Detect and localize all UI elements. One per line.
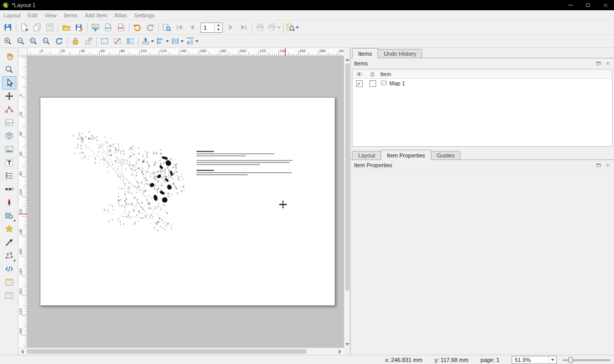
duplicate-layout-button[interactable] (31, 21, 43, 34)
tab-guides[interactable]: Guides (431, 151, 461, 160)
item-lock-checkbox[interactable] (369, 80, 376, 87)
add-map-tool[interactable] (2, 116, 16, 129)
dropdown-arrow-icon[interactable] (166, 40, 169, 42)
select-move-item-tool[interactable] (2, 76, 16, 89)
items-float-button[interactable] (595, 60, 602, 67)
atlas-page-input[interactable] (201, 22, 223, 33)
scroll-right-arrow-icon[interactable] (339, 350, 341, 354)
maximize-button[interactable] (579, 0, 597, 10)
save-as-template-button[interactable] (73, 21, 85, 34)
print-button[interactable] (254, 21, 267, 34)
zoom-full-button[interactable] (27, 35, 40, 48)
zoom-tool[interactable] (2, 63, 16, 76)
first-feature-button[interactable] (173, 21, 186, 34)
menu-view[interactable]: View (41, 11, 60, 19)
save-project-button[interactable] (2, 21, 14, 34)
properties-close-button[interactable] (604, 162, 611, 169)
menu-atlas[interactable]: Atlas (111, 11, 130, 19)
raise-selected-items-button[interactable] (140, 35, 155, 48)
invert-selection-button[interactable] (124, 35, 137, 48)
undo-button[interactable] (131, 21, 144, 34)
deselect-all-items-button[interactable] (111, 35, 124, 48)
new-layout-button[interactable] (18, 21, 31, 34)
add-arrow-tool[interactable] (2, 236, 16, 249)
map-item[interactable]: 5728841144723211692050388020121226777117… (40, 98, 336, 306)
lock-selected-items-button[interactable] (69, 35, 82, 48)
horizontal-scrollbar[interactable] (18, 348, 344, 355)
horizontal-scroll-thumb[interactable] (27, 349, 306, 354)
add-html-tool[interactable] (2, 262, 16, 276)
item-row-map-1[interactable]: ✓Map 1 (353, 79, 612, 88)
menu-add-item[interactable]: Add Item (81, 11, 111, 19)
add-legend-tool[interactable] (2, 169, 16, 183)
layout-page[interactable]: 5728841144723211692050388020121226777117… (40, 97, 335, 306)
next-feature-button[interactable] (225, 21, 237, 34)
zoom-slider-handle[interactable] (568, 357, 573, 363)
menu-items[interactable]: Items (60, 11, 81, 19)
minimize-button[interactable] (562, 0, 579, 10)
scroll-up-arrow-icon[interactable] (345, 58, 349, 61)
dropdown-arrow-icon[interactable] (195, 40, 199, 42)
dropdown-arrow-icon[interactable] (181, 40, 184, 42)
add-marker-tool[interactable] (2, 222, 16, 236)
menu-settings[interactable]: Settings (130, 11, 158, 19)
zoom-slider[interactable] (563, 356, 610, 363)
tab-items[interactable]: Items (352, 48, 378, 58)
properties-float-button[interactable] (595, 162, 602, 169)
zoom-100-button[interactable]: 1:1 (40, 35, 53, 48)
close-button[interactable] (597, 0, 614, 10)
layout-manager-button[interactable] (43, 21, 56, 34)
tab-undo-history[interactable]: Undo History (378, 49, 423, 58)
spin-down-icon[interactable] (215, 28, 222, 32)
add-fixed-table-tool[interactable] (2, 289, 16, 302)
zoom-level-combobox[interactable]: 51.9% (512, 356, 557, 364)
zoom-out-button[interactable] (14, 35, 27, 48)
menu-edit[interactable]: Edit (24, 11, 41, 19)
previous-feature-button[interactable] (186, 21, 199, 34)
zoom-dropdown-arrow-icon[interactable] (549, 356, 556, 363)
last-feature-button[interactable] (237, 21, 250, 34)
add-attribute-table-tool[interactable] (2, 276, 16, 289)
print-atlas-button[interactable] (267, 21, 281, 34)
export-image-button[interactable] (89, 21, 102, 34)
spin-up-icon[interactable] (215, 23, 222, 28)
dropdown-arrow-icon[interactable] (277, 27, 280, 29)
add-north-arrow-tool[interactable] (2, 196, 16, 209)
scroll-left-arrow-icon[interactable] (21, 350, 24, 354)
zoom-in-button[interactable] (2, 35, 14, 48)
tab-layout[interactable]: Layout (352, 151, 381, 160)
add-3d-map-tool[interactable] (2, 129, 16, 143)
export-svg-button[interactable]: SVG (102, 21, 115, 34)
add-label-tool[interactable] (2, 156, 16, 169)
distribute-items-button[interactable] (170, 35, 185, 48)
dropdown-arrow-icon[interactable] (151, 40, 154, 42)
dropdown-arrow-icon[interactable] (296, 27, 299, 29)
export-pdf-button[interactable]: PDF (115, 21, 127, 34)
vertical-scroll-thumb[interactable] (345, 63, 349, 291)
add-node-item-tool[interactable] (2, 249, 16, 262)
scroll-down-arrow-icon[interactable] (345, 343, 349, 346)
select-all-items-button[interactable] (98, 35, 111, 48)
layout-canvas[interactable]: 5728841144723211692050388020121226777117… (28, 56, 344, 348)
pan-layout-tool[interactable] (2, 50, 16, 63)
load-template-button[interactable] (60, 21, 73, 34)
tab-item-properties[interactable]: Item Properties (381, 150, 431, 160)
refresh-view-button[interactable] (53, 35, 65, 48)
zoom-to-atlas-feature-button[interactable] (285, 21, 300, 34)
vertical-scrollbar[interactable] (344, 56, 350, 348)
unlock-all-items-button[interactable] (82, 35, 95, 48)
add-picture-tool[interactable] (2, 143, 16, 156)
add-shape-tool[interactable] (2, 209, 16, 222)
edit-nodes-item-tool[interactable] (2, 103, 16, 116)
add-scalebar-tool[interactable] (2, 183, 16, 196)
menu-layout[interactable]: Layout (0, 11, 24, 19)
move-item-content-tool[interactable] (2, 89, 16, 103)
redo-button[interactable] (144, 21, 157, 34)
atlas-page-input-spinner[interactable] (214, 23, 222, 32)
items-tree[interactable]: Item ✓Map 1 (352, 69, 612, 147)
item-visibility-checkbox[interactable]: ✓ (356, 80, 363, 87)
align-selected-items-button[interactable] (155, 35, 170, 48)
preview-atlas-button[interactable] (160, 21, 173, 34)
resize-items-button[interactable] (185, 35, 200, 48)
atlas-page-input-value[interactable] (201, 23, 214, 32)
